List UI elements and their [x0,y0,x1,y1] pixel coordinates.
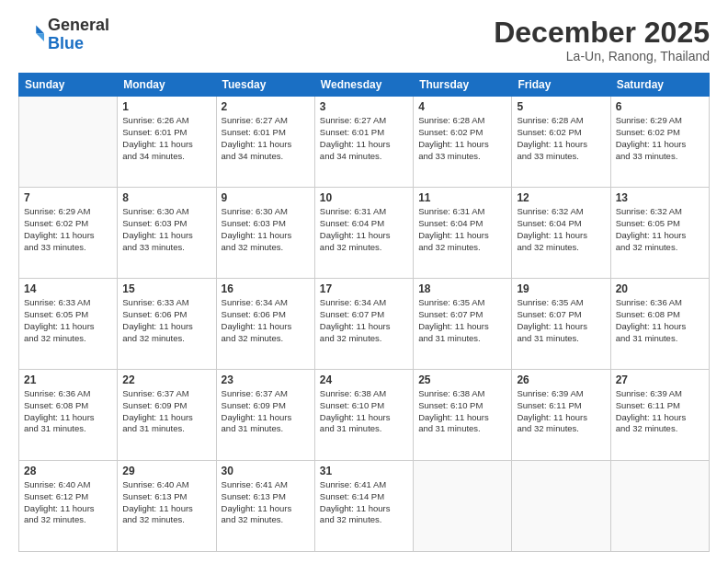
day-info: Sunrise: 6:29 AMSunset: 6:02 PMDaylight:… [24,206,112,253]
calendar-cell: 24Sunrise: 6:38 AMSunset: 6:10 PMDayligh… [314,370,413,461]
day-number: 15 [122,282,210,295]
calendar-cell: 17Sunrise: 6:34 AMSunset: 6:07 PMDayligh… [314,279,413,370]
day-info: Sunrise: 6:29 AMSunset: 6:02 PMDaylight:… [616,115,704,162]
calendar-cell: 11Sunrise: 6:31 AMSunset: 6:04 PMDayligh… [414,188,512,279]
day-info: Sunrise: 6:30 AMSunset: 6:03 PMDaylight:… [122,206,210,253]
day-number: 18 [418,282,506,295]
calendar-cell: 30Sunrise: 6:41 AMSunset: 6:13 PMDayligh… [216,461,314,552]
calendar-week-row: 21Sunrise: 6:36 AMSunset: 6:08 PMDayligh… [19,370,710,461]
calendar-cell: 29Sunrise: 6:40 AMSunset: 6:13 PMDayligh… [118,461,216,552]
svg-marker-1 [36,33,44,41]
calendar-cell: 21Sunrise: 6:36 AMSunset: 6:08 PMDayligh… [19,370,118,461]
day-number: 30 [222,465,310,477]
logo-blue: Blue [48,34,84,52]
day-number: 19 [517,282,605,295]
calendar-cell: 18Sunrise: 6:35 AMSunset: 6:07 PMDayligh… [414,279,512,370]
day-number: 3 [320,100,408,113]
calendar-cell: 1Sunrise: 6:26 AMSunset: 6:01 PMDaylight… [118,97,216,188]
day-number: 29 [122,465,210,477]
day-number: 24 [320,373,408,386]
calendar-cell: 9Sunrise: 6:30 AMSunset: 6:03 PMDaylight… [216,188,314,279]
day-info: Sunrise: 6:30 AMSunset: 6:03 PMDaylight:… [222,206,310,253]
calendar-cell: 3Sunrise: 6:27 AMSunset: 6:01 PMDaylight… [314,97,413,188]
header: General Blue December 2025 La-Un, Ranong… [18,17,710,63]
calendar-week-row: 14Sunrise: 6:33 AMSunset: 6:05 PMDayligh… [19,279,710,370]
day-number: 27 [616,373,704,386]
day-info: Sunrise: 6:40 AMSunset: 6:12 PMDaylight:… [24,479,112,526]
day-number: 2 [222,100,310,113]
calendar-cell: 12Sunrise: 6:32 AMSunset: 6:04 PMDayligh… [512,188,610,279]
day-number: 26 [517,373,605,386]
calendar-day-header: Friday [512,74,610,97]
day-info: Sunrise: 6:31 AMSunset: 6:04 PMDaylight:… [418,206,506,253]
day-info: Sunrise: 6:39 AMSunset: 6:11 PMDaylight:… [616,388,704,435]
calendar-cell [414,461,512,552]
calendar-week-row: 7Sunrise: 6:29 AMSunset: 6:02 PMDaylight… [19,188,710,279]
day-info: Sunrise: 6:37 AMSunset: 6:09 PMDaylight:… [222,388,310,435]
day-number: 10 [320,191,408,204]
day-info: Sunrise: 6:39 AMSunset: 6:11 PMDaylight:… [517,388,605,435]
logo-icon [18,22,44,48]
calendar-cell: 28Sunrise: 6:40 AMSunset: 6:12 PMDayligh… [19,461,118,552]
calendar-cell: 20Sunrise: 6:36 AMSunset: 6:08 PMDayligh… [610,279,709,370]
day-number: 11 [418,191,506,204]
day-number: 7 [24,191,112,204]
day-info: Sunrise: 6:28 AMSunset: 6:02 PMDaylight:… [517,115,605,162]
day-info: Sunrise: 6:38 AMSunset: 6:10 PMDaylight:… [418,388,506,435]
day-info: Sunrise: 6:35 AMSunset: 6:07 PMDaylight:… [517,297,605,344]
logo-general: General [48,16,109,34]
svg-marker-0 [36,25,44,33]
calendar-header-row: SundayMondayTuesdayWednesdayThursdayFrid… [19,74,710,97]
day-number: 31 [320,465,408,477]
calendar-day-header: Monday [118,74,216,97]
day-number: 14 [24,282,112,295]
main-title: December 2025 [494,17,710,49]
day-info: Sunrise: 6:27 AMSunset: 6:01 PMDaylight:… [222,115,310,162]
day-number: 12 [517,191,605,204]
calendar-cell: 22Sunrise: 6:37 AMSunset: 6:09 PMDayligh… [118,370,216,461]
day-number: 13 [616,191,704,204]
day-info: Sunrise: 6:41 AMSunset: 6:14 PMDaylight:… [320,479,408,526]
calendar-cell [610,461,709,552]
day-info: Sunrise: 6:28 AMSunset: 6:02 PMDaylight:… [418,115,506,162]
calendar-cell: 19Sunrise: 6:35 AMSunset: 6:07 PMDayligh… [512,279,610,370]
day-info: Sunrise: 6:41 AMSunset: 6:13 PMDaylight:… [222,479,310,526]
day-info: Sunrise: 6:32 AMSunset: 6:05 PMDaylight:… [616,206,704,253]
calendar-day-header: Thursday [414,74,512,97]
day-number: 20 [616,282,704,295]
title-block: December 2025 La-Un, Ranong, Thailand [494,17,710,63]
calendar-week-row: 1Sunrise: 6:26 AMSunset: 6:01 PMDaylight… [19,97,710,188]
calendar-cell: 27Sunrise: 6:39 AMSunset: 6:11 PMDayligh… [610,370,709,461]
day-info: Sunrise: 6:35 AMSunset: 6:07 PMDaylight:… [418,297,506,344]
calendar-cell: 16Sunrise: 6:34 AMSunset: 6:06 PMDayligh… [216,279,314,370]
day-info: Sunrise: 6:27 AMSunset: 6:01 PMDaylight:… [320,115,408,162]
day-info: Sunrise: 6:34 AMSunset: 6:07 PMDaylight:… [320,297,408,344]
day-info: Sunrise: 6:33 AMSunset: 6:05 PMDaylight:… [24,297,112,344]
day-info: Sunrise: 6:26 AMSunset: 6:01 PMDaylight:… [122,115,210,162]
day-info: Sunrise: 6:34 AMSunset: 6:06 PMDaylight:… [222,297,310,344]
day-number: 9 [222,191,310,204]
day-number: 8 [122,191,210,204]
day-info: Sunrise: 6:38 AMSunset: 6:10 PMDaylight:… [320,388,408,435]
page: General Blue December 2025 La-Un, Ranong… [0,0,728,563]
calendar-cell: 15Sunrise: 6:33 AMSunset: 6:06 PMDayligh… [118,279,216,370]
calendar-table: SundayMondayTuesdayWednesdayThursdayFrid… [18,73,710,552]
calendar-cell: 23Sunrise: 6:37 AMSunset: 6:09 PMDayligh… [216,370,314,461]
subtitle: La-Un, Ranong, Thailand [494,49,710,63]
calendar-cell: 8Sunrise: 6:30 AMSunset: 6:03 PMDaylight… [118,188,216,279]
calendar-cell: 4Sunrise: 6:28 AMSunset: 6:02 PMDaylight… [414,97,512,188]
calendar-cell [19,97,118,188]
day-number: 21 [24,373,112,386]
calendar-cell: 2Sunrise: 6:27 AMSunset: 6:01 PMDaylight… [216,97,314,188]
calendar-cell: 6Sunrise: 6:29 AMSunset: 6:02 PMDaylight… [610,97,709,188]
day-number: 6 [616,100,704,113]
calendar-day-header: Sunday [19,74,118,97]
calendar-cell: 14Sunrise: 6:33 AMSunset: 6:05 PMDayligh… [19,279,118,370]
day-number: 28 [24,465,112,477]
logo-text: General Blue [48,17,109,53]
day-info: Sunrise: 6:36 AMSunset: 6:08 PMDaylight:… [24,388,112,435]
day-info: Sunrise: 6:32 AMSunset: 6:04 PMDaylight:… [517,206,605,253]
logo: General Blue [18,17,109,53]
calendar-cell: 7Sunrise: 6:29 AMSunset: 6:02 PMDaylight… [19,188,118,279]
day-number: 4 [418,100,506,113]
